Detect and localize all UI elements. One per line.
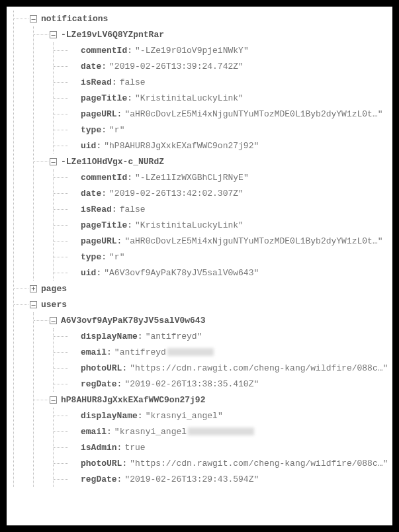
node-key: -LZe1lOHdVgx-c_NURdZ (61, 157, 164, 167)
leaf-value: antifreyd (146, 332, 202, 341)
tree-leaf[interactable]: isRead: false (69, 201, 392, 217)
tree-leaf[interactable]: date: 2019-02-26T13:42:02.307Z (69, 185, 392, 201)
leaf-value: r (109, 125, 124, 135)
leaf-key: date (81, 189, 101, 199)
collapse-icon[interactable] (30, 15, 37, 22)
leaf-value: r (109, 252, 124, 262)
leaf-key: date (81, 62, 101, 71)
leaf-key: photoURL (81, 459, 122, 468)
leaf-key: email (81, 427, 107, 437)
leaf-value: false (120, 77, 146, 87)
leaf-value: A6V3ovf9AyPaK78yJV5salV0w643 (104, 268, 259, 278)
leaf-value: 2019-02-26T13:39:24.742Z (109, 62, 244, 71)
tree-leaf[interactable]: isAdmin: true (69, 439, 392, 455)
redacted-region (167, 348, 214, 356)
leaf-value: 2019-02-26T13:29:43.594Z (124, 474, 259, 484)
leaf-value: https://cdn.rawgit.com/cheng-kang/wildfi… (130, 459, 388, 468)
tree-leaf[interactable]: date: 2019-02-26T13:39:24.742Z (69, 58, 392, 74)
collapse-icon[interactable] (50, 317, 57, 324)
tree-leaf[interactable]: commentId: -LZe1lIzWXGBhCLjRNyE (69, 169, 392, 185)
leaf-key: commentId (81, 173, 127, 183)
expand-icon[interactable] (30, 285, 37, 292)
tree-leaf[interactable]: pageURL: aHR0cDovLzE5Mi4xNjguNTYuMTozMDE… (69, 233, 392, 249)
leaf-value: false (120, 204, 146, 214)
leaf-key: isRead (81, 77, 112, 87)
tree-node[interactable]: -LZe19vLV6Q8YZpntRar (50, 26, 392, 42)
leaf-key: type (81, 125, 101, 135)
tree-leaf[interactable]: email: "antifreyd (69, 344, 392, 360)
collapse-icon[interactable] (50, 396, 57, 404)
tree-leaf[interactable]: pageURL: aHR0cDovLzE5Mi4xNjguNTYuMTozMDE… (69, 106, 392, 122)
leaf-value: 2019-02-26T13:42:02.307Z (109, 189, 244, 199)
collapse-icon[interactable] (30, 301, 37, 308)
tree-node[interactable]: A6V3ovf9AyPaK78yJV5salV0w643 (50, 312, 392, 328)
leaf-value: "krasnyi_angel (114, 427, 187, 437)
leaf-value: 2019-02-26T13:38:35.410Z (124, 379, 259, 389)
tree-node[interactable]: users (30, 296, 392, 312)
leaf-value: aHR0cDovLzE5Mi4xNjguNTYuMTozMDE0L1Byb2dy… (124, 109, 382, 119)
tree-node[interactable]: notifications (30, 11, 392, 26)
leaf-key: email (81, 347, 107, 357)
leaf-value: krasnyi_angel (146, 411, 223, 421)
leaf-key: displayName (81, 332, 138, 341)
node-key: users (41, 300, 67, 310)
tree-leaf[interactable]: pageTitle: KristinitaLuckyLink (69, 217, 392, 233)
leaf-value: hP8AHUR8JgXxkEXafWWC9on27j92 (104, 141, 259, 151)
leaf-value: aHR0cDovLzE5Mi4xNjguNTYuMTozMDE0L1Byb2dy… (124, 236, 382, 246)
node-key: A6V3ovf9AyPaK78yJV5salV0w643 (61, 316, 205, 326)
leaf-key: pageURL (81, 236, 117, 246)
node-key: notifications (41, 14, 108, 24)
leaf-key: isRead (81, 204, 112, 214)
tree-node[interactable]: -LZe1lOHdVgx-c_NURdZ (50, 154, 392, 169)
tree-leaf[interactable]: uid: hP8AHUR8JgXxkEXafWWC9on27j92 (69, 138, 392, 154)
node-key: hP8AHUR8JgXxkEXafWWC9on27j92 (61, 395, 205, 405)
leaf-key: isAdmin (81, 443, 117, 453)
tree-leaf[interactable]: photoURL: https://cdn.rawgit.com/cheng-k… (69, 455, 392, 471)
redacted-region (188, 427, 254, 435)
leaf-key: uid (81, 268, 96, 278)
leaf-key: pageTitle (81, 93, 127, 103)
leaf-key: type (81, 252, 101, 262)
leaf-key: pageURL (81, 109, 117, 119)
leaf-value: KristinitaLuckyLink (135, 93, 244, 103)
leaf-key: photoURL (81, 363, 122, 373)
leaf-key: regDate (81, 379, 117, 389)
leaf-value: -LZe1lIzWXGBhCLjRNyE (135, 173, 249, 183)
node-key: pages (41, 284, 67, 294)
tree-leaf[interactable]: uid: A6V3ovf9AyPaK78yJV5salV0w643 (69, 265, 392, 281)
leaf-key: pageTitle (81, 220, 127, 230)
tree-node[interactable]: pages (30, 281, 392, 296)
tree-leaf[interactable]: isRead: false (69, 74, 392, 90)
tree-leaf[interactable]: type: r (69, 122, 392, 138)
collapse-icon[interactable] (50, 31, 57, 38)
tree-leaf[interactable]: displayName: krasnyi_angel (69, 408, 392, 423)
tree-node[interactable]: hP8AHUR8JgXxkEXafWWC9on27j92 (50, 392, 392, 408)
leaf-value: "antifreyd (114, 347, 166, 357)
node-key: -LZe19vLV6Q8YZpntRar (61, 30, 164, 40)
tree-leaf[interactable]: photoURL: https://cdn.rawgit.com/cheng-k… (69, 360, 392, 376)
leaf-value: KristinitaLuckyLink (135, 220, 244, 230)
leaf-key: regDate (81, 474, 117, 484)
leaf-value: -LZe19r01oV9pjeiNWkY (135, 46, 249, 56)
tree-leaf[interactable]: commentId: -LZe19r01oV9pjeiNWkY (69, 42, 392, 58)
leaf-value: https://cdn.rawgit.com/cheng-kang/wildfi… (130, 363, 388, 373)
tree-leaf[interactable]: regDate: 2019-02-26T13:29:43.594Z (69, 471, 392, 487)
tree-leaf[interactable]: regDate: 2019-02-26T13:38:35.410Z (69, 376, 392, 392)
leaf-key: uid (81, 141, 96, 151)
leaf-key: commentId (81, 46, 127, 56)
leaf-key: displayName (81, 411, 138, 421)
leaf-value: true (124, 443, 145, 453)
tree-leaf[interactable]: type: r (69, 249, 392, 265)
tree-leaf[interactable]: displayName: antifreyd (69, 328, 392, 344)
tree-leaf[interactable]: email: "krasnyi_angel (69, 423, 392, 439)
collapse-icon[interactable] (50, 158, 57, 165)
tree-leaf[interactable]: pageTitle: KristinitaLuckyLink (69, 90, 392, 106)
